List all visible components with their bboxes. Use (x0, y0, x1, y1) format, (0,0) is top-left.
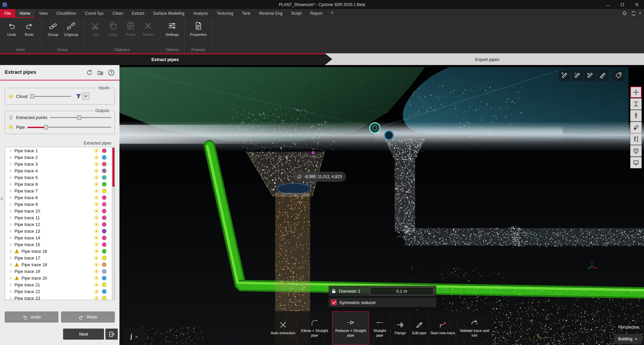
pipe-color-swatch[interactable] (102, 169, 106, 173)
sun-icon[interactable] (94, 202, 99, 207)
pipe-color-swatch[interactable] (102, 149, 106, 153)
pipe-trace-row[interactable]: Pipe trace 4 (5, 167, 114, 174)
pipe-trace-row[interactable]: Pipe trace 15 (5, 241, 114, 248)
panel-collapse-icon[interactable] (0, 197, 3, 200)
measure-tool-tag-icon[interactable] (613, 70, 624, 81)
chevron-right-icon[interactable] (9, 163, 12, 166)
menu-tab-script[interactable]: Script (287, 9, 306, 18)
pipe-color-swatch[interactable] (102, 289, 106, 294)
sun-icon[interactable] (94, 269, 99, 274)
pipe-trace-row[interactable]: Pipe trace 14 (5, 234, 114, 241)
menu-tab-clean[interactable]: Clean (108, 9, 127, 18)
nav-tool-screen-tool-icon[interactable] (630, 157, 642, 168)
sun-icon[interactable] (94, 289, 99, 294)
pipe-color-swatch[interactable] (102, 256, 106, 260)
nav-tool-first-person-icon[interactable] (630, 110, 642, 121)
chevron-right-icon[interactable] (9, 290, 12, 293)
tool-auto-extraction[interactable]: Auto extraction (269, 311, 297, 345)
workflow-export-label[interactable]: Export pipes (475, 57, 499, 62)
sun-icon[interactable] (8, 94, 13, 99)
chevron-right-icon[interactable] (9, 203, 12, 206)
pipe-trace-row[interactable]: Pipe trace 12 (5, 221, 114, 228)
sun-icon[interactable] (94, 296, 99, 300)
pipe-trace-row[interactable]: Pipe trace 10 (5, 208, 114, 214)
pipe-color-swatch[interactable] (102, 216, 106, 220)
nav-tool-viewcube-icon[interactable] (630, 145, 642, 157)
viewport-3d[interactable]: -8,369; 11,011; 4,823 Diameter 2 0,1 m S… (119, 65, 644, 345)
menu-tab-coord-sys[interactable]: Coord Sys (81, 9, 108, 18)
chevron-right-icon[interactable] (9, 196, 12, 199)
sun-icon[interactable] (94, 215, 99, 220)
ribbon-button-redo[interactable]: Redo (20, 21, 38, 37)
maximize-button[interactable] (615, 0, 630, 9)
sun-icon[interactable] (94, 162, 99, 167)
pipe-trace-row[interactable]: Pipe trace 13 (5, 228, 114, 234)
close-button[interactable] (630, 0, 644, 9)
pipe-color-swatch[interactable] (102, 263, 106, 267)
extracted-pipes-list[interactable]: Pipe trace 1Pipe trace 2Pipe trace 3Pipe… (5, 147, 115, 300)
pipe-trace-row[interactable]: Pipe trace 22 (5, 288, 114, 295)
panel-redo-button[interactable]: Redo (61, 311, 115, 323)
pipe-color-swatch[interactable] (102, 155, 106, 160)
nav-tool-person-view-icon[interactable] (630, 133, 642, 145)
scrollbar[interactable] (112, 147, 114, 300)
pipe-trace-row[interactable]: Pipe trace 19 (5, 268, 114, 275)
tool-straight-pipe[interactable]: Straight pipe (369, 311, 391, 345)
sun-icon[interactable] (94, 255, 99, 261)
nav-tool-brush-tool-icon[interactable] (630, 122, 642, 133)
nav-tool-move-tool-icon[interactable] (630, 87, 642, 98)
help-icon[interactable]: ? (108, 69, 115, 76)
chevron-right-icon[interactable] (9, 216, 12, 219)
tool-flange[interactable]: Flange (391, 311, 410, 345)
pipe-color-swatch[interactable] (102, 236, 106, 240)
pipe-color-swatch[interactable] (102, 202, 106, 207)
menu-tab-view[interactable]: View (35, 9, 52, 18)
pipe-color-swatch[interactable] (102, 269, 106, 274)
pipe-color-swatch[interactable] (102, 242, 106, 247)
sun-icon[interactable] (94, 222, 99, 227)
sun-icon[interactable] (94, 195, 99, 200)
menu-tab-reverse-eng[interactable]: Reverse Eng (255, 9, 287, 18)
symmetric-checkbox[interactable] (331, 300, 337, 305)
next-step-icon-button[interactable] (105, 329, 118, 340)
menu-tab-surface-modeling[interactable]: Surface Modeling (149, 9, 189, 18)
pipe-color-swatch[interactable] (102, 195, 106, 200)
chevron-right-icon[interactable] (9, 270, 12, 273)
slider-handle[interactable] (77, 115, 81, 120)
sun-icon[interactable] (94, 175, 99, 180)
ribbon-button-settings[interactable]: Settings (163, 21, 181, 37)
sun-icon[interactable] (94, 155, 99, 160)
chevron-right-icon[interactable] (9, 230, 12, 233)
chevron-right-icon[interactable] (9, 243, 12, 246)
chevron-right-icon[interactable] (9, 256, 12, 260)
pipe-trace-row[interactable]: Pipe trace 6 (5, 181, 114, 187)
sun-icon[interactable] (94, 168, 99, 173)
cloud-filter-dropdown[interactable] (83, 93, 89, 100)
sun-icon[interactable] (94, 276, 99, 281)
menu-tab-item[interactable]: ? (327, 9, 338, 18)
pipe-color-swatch[interactable] (102, 229, 106, 233)
bell-icon[interactable] (622, 11, 627, 16)
pipe-color-swatch[interactable] (102, 222, 106, 227)
pipe-color-swatch[interactable] (102, 249, 106, 253)
pipe-trace-row[interactable]: Pipe trace 11 (5, 214, 114, 221)
reset-icon[interactable] (86, 69, 93, 76)
chevron-right-icon[interactable] (9, 283, 12, 286)
menu-tab-extract[interactable]: Extract (128, 9, 149, 18)
info-chip[interactable]: i » (123, 328, 145, 345)
tool-edit-pipe[interactable]: Edit pipe (410, 311, 429, 345)
chevron-right-icon[interactable] (9, 223, 12, 226)
sun-icon[interactable] (94, 235, 99, 240)
chevron-right-icon[interactable] (9, 236, 12, 239)
chevron-right-icon[interactable] (9, 250, 12, 253)
ribbon-button-group[interactable]: Group (44, 21, 62, 37)
diameter-input[interactable]: 0,1 m (370, 287, 434, 295)
building-button[interactable]: Building (614, 334, 642, 344)
pipe-trace-row[interactable]: Pipe trace 17 (5, 254, 114, 261)
slider-handle[interactable] (30, 94, 34, 99)
next-button[interactable]: Next (63, 329, 104, 340)
chevron-right-icon[interactable] (9, 156, 12, 159)
expand-chevrons-icon[interactable]: » (135, 334, 138, 339)
bulb-icon[interactable] (8, 115, 13, 120)
menu-tab-tank[interactable]: Tank (238, 9, 255, 18)
